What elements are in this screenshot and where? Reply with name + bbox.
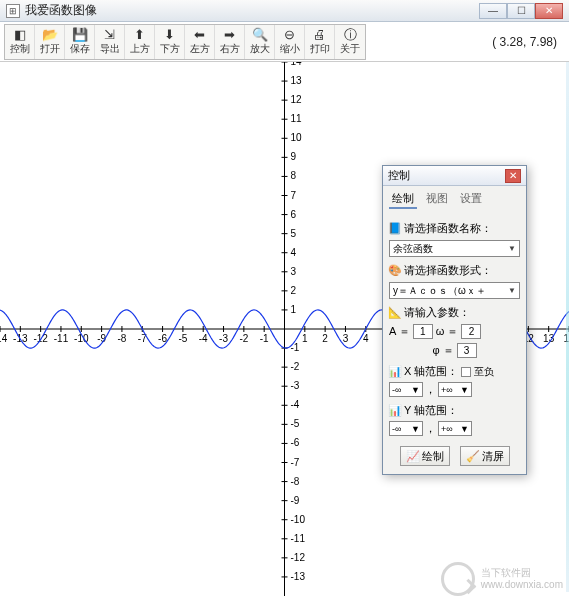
tool-label: 控制	[10, 42, 30, 56]
svg-text:6: 6	[291, 209, 297, 220]
tool-label: 导出	[100, 42, 120, 56]
minimize-button[interactable]: —	[479, 3, 507, 19]
svg-text:7: 7	[291, 190, 297, 201]
svg-text:4: 4	[363, 333, 369, 344]
svg-text:11: 11	[291, 113, 303, 124]
close-button[interactable]: ✕	[535, 3, 563, 19]
func-name-label: 请选择函数名称：	[404, 221, 492, 236]
param-a-input[interactable]	[413, 324, 433, 339]
tool-缩小[interactable]: ⊖缩小	[275, 25, 305, 59]
打开-icon: 📂	[42, 28, 58, 41]
window-title: 我爱函数图像	[25, 2, 479, 19]
tool-label: 左方	[190, 42, 210, 56]
svg-text:-13: -13	[291, 571, 306, 582]
svg-text:-5: -5	[178, 333, 187, 344]
panel-title: 控制	[388, 168, 505, 183]
svg-text:5: 5	[291, 228, 297, 239]
svg-text:-8: -8	[117, 333, 126, 344]
y-to-select[interactable]: +∞▼	[438, 421, 472, 436]
tool-导出[interactable]: ⇲导出	[95, 25, 125, 59]
panel-close-button[interactable]: ✕	[505, 169, 521, 183]
tool-保存[interactable]: 💾保存	[65, 25, 95, 59]
svg-text:2: 2	[291, 285, 297, 296]
svg-text:-4: -4	[199, 333, 208, 344]
关于-icon: ⓘ	[344, 28, 357, 41]
maximize-button[interactable]: ☐	[507, 3, 535, 19]
tool-下方[interactable]: ⬇下方	[155, 25, 185, 59]
watermark: 当下软件园 www.downxia.com	[441, 562, 563, 596]
左方-icon: ⬅	[194, 28, 205, 41]
watermark-url: www.downxia.com	[481, 579, 563, 591]
param-w-input[interactable]	[461, 324, 481, 339]
svg-text:-9: -9	[291, 495, 300, 506]
tool-右方[interactable]: ➡右方	[215, 25, 245, 59]
tool-放大[interactable]: 🔍放大	[245, 25, 275, 59]
svg-text:-8: -8	[291, 476, 300, 487]
xrange-checkbox[interactable]	[461, 367, 471, 377]
tool-label: 右方	[220, 42, 240, 56]
title-bar: ⊞ 我爱函数图像 — ☐ ✕	[0, 0, 569, 22]
svg-text:-6: -6	[291, 437, 300, 448]
svg-text:3: 3	[343, 333, 349, 344]
svg-text:-4: -4	[291, 399, 300, 410]
控制-icon: ◧	[14, 28, 26, 41]
tool-label: 上方	[130, 42, 150, 56]
param-phi-input[interactable]	[457, 343, 477, 358]
svg-text:8: 8	[291, 170, 297, 181]
tool-label: 保存	[70, 42, 90, 56]
svg-text:-2: -2	[239, 333, 248, 344]
svg-text:1: 1	[302, 333, 308, 344]
svg-text:2: 2	[322, 333, 328, 344]
svg-text:-11: -11	[54, 333, 69, 344]
tool-label: 下方	[160, 42, 180, 56]
tool-label: 关于	[340, 42, 360, 56]
xrange-icon: 📊	[389, 366, 401, 378]
svg-text:14: 14	[291, 62, 303, 67]
svg-text:12: 12	[291, 94, 303, 105]
svg-text:-5: -5	[291, 418, 300, 429]
tab-settings[interactable]: 设置	[457, 190, 485, 209]
x-to-select[interactable]: +∞▼	[438, 382, 472, 397]
draw-button[interactable]: 📈绘制	[400, 446, 450, 466]
tool-上方[interactable]: ⬆上方	[125, 25, 155, 59]
右方-icon: ➡	[224, 28, 235, 41]
svg-text:-7: -7	[291, 457, 300, 468]
tool-打印[interactable]: 🖨打印	[305, 25, 335, 59]
cursor-coords: ( 3.28, 7.98)	[492, 35, 565, 49]
tool-label: 打印	[310, 42, 330, 56]
svg-text:-12: -12	[291, 552, 306, 563]
上方-icon: ⬆	[134, 28, 145, 41]
x-from-select[interactable]: -∞▼	[389, 382, 423, 397]
svg-text:-3: -3	[219, 333, 228, 344]
tab-draw[interactable]: 绘制	[389, 190, 417, 209]
param-a-label: A ＝	[389, 324, 410, 339]
tab-view[interactable]: 视图	[423, 190, 451, 209]
下方-icon: ⬇	[164, 28, 175, 41]
panel-titlebar[interactable]: 控制 ✕	[383, 166, 526, 186]
缩小-icon: ⊖	[284, 28, 295, 41]
tool-关于[interactable]: ⓘ关于	[335, 25, 365, 59]
paint-icon: 🎨	[389, 265, 401, 277]
clear-button[interactable]: 🧹清屏	[460, 446, 510, 466]
tool-打开[interactable]: 📂打开	[35, 25, 65, 59]
导出-icon: ⇲	[104, 28, 115, 41]
svg-text:-10: -10	[291, 514, 306, 525]
svg-text:-11: -11	[291, 533, 306, 544]
tool-控制[interactable]: ◧控制	[5, 25, 35, 59]
func-name-select[interactable]: 余弦函数▼	[389, 240, 520, 257]
y-from-select[interactable]: -∞▼	[389, 421, 423, 436]
yrange-icon: 📊	[389, 405, 401, 417]
watermark-brand: 当下软件园	[481, 567, 563, 579]
svg-text:10: 10	[291, 132, 303, 143]
svg-text:4: 4	[291, 247, 297, 258]
svg-text:3: 3	[291, 266, 297, 277]
tool-label: 缩小	[280, 42, 300, 56]
tool-左方[interactable]: ⬅左方	[185, 25, 215, 59]
params-icon: 📐	[389, 307, 401, 319]
clear-icon: 🧹	[466, 450, 480, 463]
func-form-label: 请选择函数形式：	[404, 263, 492, 278]
xrange-chk-label: 至负	[474, 365, 494, 379]
func-form-select[interactable]: y＝Ａｃｏｓ（ωｘ＋▼	[389, 282, 520, 299]
param-w-label: ω ＝	[436, 324, 459, 339]
tool-label: 打开	[40, 42, 60, 56]
